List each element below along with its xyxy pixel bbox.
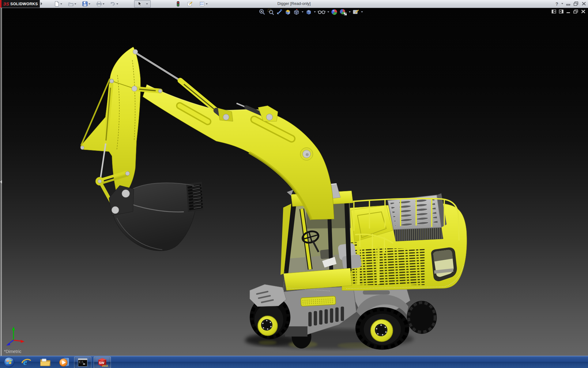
help-button[interactable]: ? xyxy=(556,1,558,6)
restore-button[interactable] xyxy=(574,2,579,6)
x-axis-icon xyxy=(21,340,24,343)
svg-text:2015: 2015 xyxy=(102,364,108,367)
svg-text:C:\_: C:\_ xyxy=(79,361,85,364)
machine-body xyxy=(338,193,467,290)
title-bar: ЗS SOLIDWORKS xyxy=(0,0,588,8)
taskbar: e C:\_ xyxy=(0,356,588,368)
start-button[interactable] xyxy=(2,357,16,368)
rear-far-wheel xyxy=(407,301,437,334)
digger-model[interactable] xyxy=(0,8,588,356)
front-fender xyxy=(250,284,286,306)
dipper-arm xyxy=(81,47,162,193)
help-dropdown-icon[interactable] xyxy=(561,3,563,4)
svg-text:e: e xyxy=(23,357,27,367)
window-title: Digger [Read-only] xyxy=(0,1,588,6)
taskbar-solidworks[interactable]: SW 2015 xyxy=(94,357,111,368)
bucket xyxy=(109,182,203,251)
close-button[interactable] xyxy=(582,2,586,6)
rear-wheel xyxy=(355,307,409,350)
taskbar-internet-explorer[interactable]: e xyxy=(19,357,34,368)
view-orientation-label: *Dimetric xyxy=(4,349,21,354)
y-axis-icon xyxy=(12,327,15,330)
taskbar-windows-explorer[interactable] xyxy=(38,357,53,368)
minimize-button[interactable] xyxy=(566,2,571,6)
reference-triad xyxy=(3,325,28,347)
taskbar-media-player[interactable] xyxy=(57,357,72,368)
cab-step xyxy=(301,296,336,306)
taskbar-command-prompt[interactable]: C:\_ xyxy=(74,357,91,368)
graphics-viewport[interactable]: *Dimetric xyxy=(0,8,588,356)
